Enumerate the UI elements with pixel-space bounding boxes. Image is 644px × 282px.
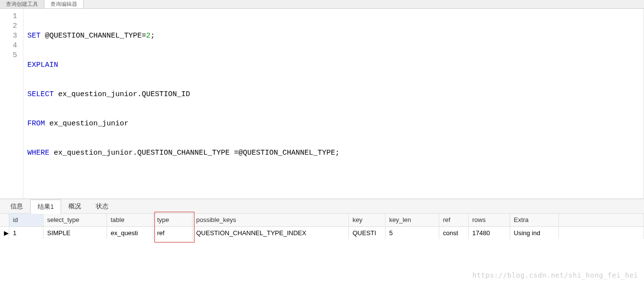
- line-gutter: 1 2 3 4 5: [0, 9, 23, 199]
- results-table: id select_type table type possible_keys …: [0, 214, 644, 239]
- tab-result1[interactable]: 结果1: [30, 200, 61, 214]
- col-header-select-type[interactable]: select_type: [43, 214, 107, 226]
- cell-id: 1: [9, 226, 43, 239]
- tab-query-editor[interactable]: 查询编辑器: [44, 0, 84, 8]
- col-header-table[interactable]: table: [107, 214, 153, 226]
- tab-info[interactable]: 信息: [3, 199, 30, 213]
- cell-type: ref: [153, 226, 192, 239]
- col-header-rows[interactable]: rows: [468, 214, 510, 226]
- code-line-3: SELECT ex_question_junior.QUESTION_ID: [27, 90, 640, 100]
- line-number: 3: [0, 31, 17, 41]
- col-header-ref[interactable]: ref: [439, 214, 468, 226]
- results-panel: id select_type table type possible_keys …: [0, 214, 644, 239]
- line-number: 4: [0, 41, 17, 51]
- cell-empty: [558, 226, 644, 239]
- result-tabs: 信息 结果1 概况 状态: [0, 199, 644, 214]
- header-row: id select_type table type possible_keys …: [0, 214, 644, 226]
- cell-table: ex_questi: [107, 226, 153, 239]
- code-line-2: EXPLAIN: [27, 60, 640, 70]
- cell-select-type: SIMPLE: [43, 226, 107, 239]
- cell-possible-keys: QUESTION_CHANNEL_TYPE_INDEX: [192, 226, 348, 239]
- line-number: 1: [0, 12, 17, 21]
- cell-key: QUESTI: [348, 226, 385, 239]
- code-content[interactable]: SET @QUESTION_CHANNEL_TYPE=2; EXPLAIN SE…: [23, 9, 644, 199]
- sql-editor[interactable]: 1 2 3 4 5 SET @QUESTION_CHANNEL_TYPE=2; …: [0, 9, 644, 199]
- col-header-key-len[interactable]: key_len: [385, 214, 439, 226]
- table-row[interactable]: ▶ 1 SIMPLE ex_questi ref QUESTION_CHANNE…: [0, 226, 644, 239]
- col-header-key[interactable]: key: [348, 214, 385, 226]
- cell-ref: const: [439, 226, 468, 239]
- col-header-extra[interactable]: Extra: [510, 214, 558, 226]
- row-pointer-icon: ▶: [0, 226, 9, 239]
- tab-profile[interactable]: 概况: [61, 199, 88, 213]
- col-header-possible-keys[interactable]: possible_keys: [192, 214, 348, 226]
- code-line-4: FROM ex_question_junior: [27, 119, 640, 129]
- top-tabs: 查询创建工具 查询编辑器: [0, 0, 644, 9]
- code-line-5: WHERE ex_question_junior.QUESTION_CHANNE…: [27, 148, 640, 158]
- line-number: 2: [0, 21, 17, 31]
- tab-status[interactable]: 状态: [88, 199, 116, 213]
- col-header-empty: [558, 214, 644, 226]
- cell-key-len: 5: [385, 226, 439, 239]
- line-number: 5: [0, 51, 17, 60]
- col-header-type[interactable]: type: [153, 214, 192, 226]
- watermark-text: https://blog.csdn.net/shi_hong_fei_hei: [472, 271, 638, 279]
- cell-extra: Using ind: [510, 226, 558, 239]
- tab-query-builder[interactable]: 查询创建工具: [0, 0, 44, 8]
- code-line-1: SET @QUESTION_CHANNEL_TYPE=2;: [27, 31, 640, 41]
- col-header-id[interactable]: id: [9, 214, 43, 226]
- row-selector-header: [0, 214, 9, 226]
- cell-rows: 17480: [468, 226, 510, 239]
